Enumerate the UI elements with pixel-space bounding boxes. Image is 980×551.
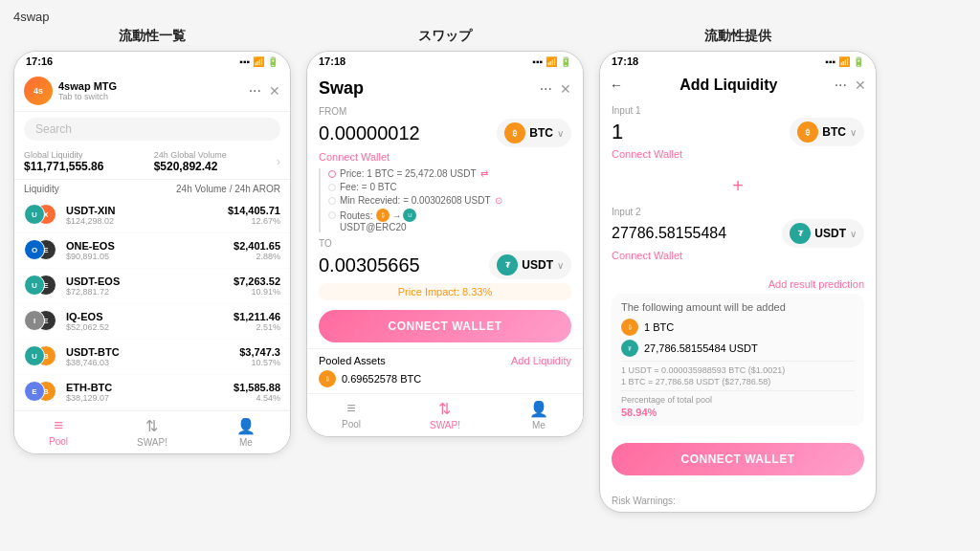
nav-icon-1: ⇅ xyxy=(438,400,451,418)
header-actions-2: ··· ✕ xyxy=(540,80,571,98)
chevron-down-icon: ∨ xyxy=(557,128,564,139)
to-input-row: 0.00305665 ₮ USDT ∨ xyxy=(319,251,571,279)
usdt-icon: ₮ xyxy=(497,254,518,276)
section-liquidity: 流動性一覧 17:16 ▪▪▪ 📶 🔋 4s 4swap MTG Tab to … xyxy=(13,28,291,454)
logo-icon: 4s xyxy=(24,77,53,105)
item-stats-1: $2,401.65 2.88% xyxy=(234,240,280,261)
input1-token-selector[interactable]: ₿ BTC ∨ xyxy=(790,118,864,146)
pooled-label: Pooled Assets xyxy=(319,355,386,366)
item-volume-1: $2,401.65 xyxy=(234,240,280,252)
item-volume-0: $14,405.71 xyxy=(228,205,280,216)
add-result-link[interactable]: Add result prediction xyxy=(612,278,864,290)
phone-swap: 17:18 ▪▪▪ 📶 🔋 Swap ··· ✕ FROM 0.0 xyxy=(306,51,584,437)
input1-token-name: BTC xyxy=(822,125,846,139)
nav-item-pool[interactable]: ≡ Pool xyxy=(342,400,361,430)
pooled-item: ₿ 0.69652578 BTC xyxy=(319,370,571,387)
status-icons-2: ▪▪▪ 📶 🔋 xyxy=(532,56,571,67)
token-icon-primary-4: U xyxy=(24,345,45,366)
app-logo: 4s 4swap MTG Tab to switch xyxy=(24,77,117,105)
status-bar-3: 17:18 ▪▪▪ 📶 🔋 xyxy=(600,52,876,71)
to-token-selector[interactable]: ₮ USDT ∨ xyxy=(489,251,571,279)
list-item[interactable]: U E USDT-EOS $72,881.72 $7,263.52 10.91% xyxy=(14,269,290,304)
connect-wallet-1[interactable]: Connect Wallet xyxy=(612,148,864,160)
list-item[interactable]: U X USDT-XIN $124,298.02 $14,405.71 12.6… xyxy=(14,198,290,233)
price-info: Price: 1 BTC = 25,472.08 USDT ⇄ xyxy=(328,168,571,179)
input1-amount: 1 xyxy=(612,120,623,144)
close-button-3[interactable]: ✕ xyxy=(855,77,866,93)
battery-icon-2: 🔋 xyxy=(560,56,571,67)
result-item-btc: ₿ 1 BTC xyxy=(621,319,855,336)
connect-wallet-btn-2[interactable]: CONNECT WALLET xyxy=(319,310,571,342)
dots-button-3[interactable]: ··· xyxy=(835,77,847,94)
result-btc-icon: ₿ xyxy=(621,319,638,336)
nav-icon-0: ≡ xyxy=(54,417,62,434)
list-item[interactable]: I E IQ-EOS $52,062.52 $1,211.46 2.51% xyxy=(14,304,290,340)
status-bar-1: 17:16 ▪▪▪ 📶 🔋 xyxy=(14,52,290,71)
connect-wallet-link-from[interactable]: Connect Wallet xyxy=(319,151,571,163)
swap-info-box: Price: 1 BTC = 25,472.08 USDT ⇄ Fee: = 0… xyxy=(319,168,571,232)
section-label-add-liq: 流動性提供 xyxy=(599,28,877,45)
swap-title: Swap xyxy=(319,78,364,99)
input2-amount: 27786.58155484 xyxy=(612,225,726,242)
to-section: TO 0.00305665 ₮ USDT ∨ xyxy=(319,238,571,279)
swap-icon: ⇄ xyxy=(480,168,488,179)
from-token-selector[interactable]: ₿ BTC ∨ xyxy=(497,119,571,147)
stat-volume: 24h Global Volume $520,892.42 xyxy=(154,150,227,173)
item-info-1: ONE-EOS $90,891.05 xyxy=(66,240,234,261)
connect-wallet-2[interactable]: Connect Wallet xyxy=(612,250,864,261)
list-item[interactable]: O E ONE-EOS $90,891.05 $2,401.65 2.88% xyxy=(14,233,290,269)
nav-label-0: Pool xyxy=(49,436,68,447)
token-icons-3: I E xyxy=(24,310,58,333)
item-volume-3: $1,211.46 xyxy=(234,311,280,322)
nav-icon-2: 👤 xyxy=(236,417,256,435)
item-pct-4: 10.57% xyxy=(239,358,280,367)
back-button[interactable]: ← xyxy=(610,77,623,93)
from-amount: 0.00000012 xyxy=(319,122,420,144)
chevron-right-icon[interactable]: › xyxy=(277,155,280,168)
token-icons-4: U B xyxy=(24,345,58,368)
item-stats-5: $1,585.88 4.54% xyxy=(234,382,280,403)
item-pair-4: USDT-BTC xyxy=(66,346,239,358)
token-icon-primary-0: U xyxy=(24,204,45,225)
stat-volume-value: $520,892.42 xyxy=(154,160,227,173)
header-actions-3: ··· ✕ xyxy=(835,77,866,94)
item-pair-5: ETH-BTC xyxy=(66,382,234,393)
item-pct-3: 2.51% xyxy=(234,322,280,332)
wifi-icon-3: 📶 xyxy=(838,56,850,67)
nav-item-pool[interactable]: ≡ Pool xyxy=(49,417,68,448)
token-icons-0: U X xyxy=(24,204,58,227)
list-item[interactable]: E B ETH-BTC $38,129.07 $1,585.88 4.54% xyxy=(14,375,290,410)
close-button-1[interactable]: ✕ xyxy=(269,83,280,99)
dots-button-2[interactable]: ··· xyxy=(540,80,552,98)
item-pct-5: 4.54% xyxy=(234,393,280,403)
item-usd-2: $72,881.72 xyxy=(66,287,234,297)
item-stats-3: $1,211.46 2.51% xyxy=(234,311,280,332)
connect-btn-wrapper: CONNECT WALLET xyxy=(600,431,876,487)
item-pct-0: 12.67% xyxy=(228,216,280,226)
search-bar[interactable]: Search xyxy=(24,118,280,141)
section-swap: スワップ 17:18 ▪▪▪ 📶 🔋 Swap ··· ✕ xyxy=(306,28,584,437)
connect-wallet-btn-3[interactable]: CONNECT WALLET xyxy=(612,443,864,475)
risk-section: Risk Warnings: xyxy=(600,487,876,512)
result-title: The following amount will be added xyxy=(621,301,855,313)
status-bar-2: 17:18 ▪▪▪ 📶 🔋 xyxy=(307,52,583,71)
app-subtitle: Tab to switch xyxy=(58,92,117,101)
nav-item-me[interactable]: 👤 Me xyxy=(236,417,256,448)
from-section: FROM 0.00000012 ₿ BTC ∨ Connect Wallet P… xyxy=(307,106,583,348)
stat-volume-label: 24h Global Volume xyxy=(154,150,227,160)
nav-label-1: SWAP! xyxy=(430,420,460,430)
nav-item-swap[interactable]: ⇅ SWAP! xyxy=(137,417,167,448)
battery-icon: 🔋 xyxy=(267,56,278,67)
nav-item-swap[interactable]: ⇅ SWAP! xyxy=(430,400,460,430)
close-button-2[interactable]: ✕ xyxy=(560,81,571,97)
item-pair-0: USDT-XIN xyxy=(66,205,228,216)
add-liquidity-link[interactable]: Add Liquidity xyxy=(511,355,571,366)
nav-item-me[interactable]: 👤 Me xyxy=(529,400,548,430)
token-icon-primary-2: U xyxy=(24,275,45,296)
plus-divider: + xyxy=(600,175,876,197)
list-item[interactable]: U B USDT-BTC $38,746.03 $3,747.3 10.57% xyxy=(14,340,290,375)
input2-token-selector[interactable]: ₮ USDT ∨ xyxy=(782,219,864,248)
dots-button-1[interactable]: ··· xyxy=(249,82,261,99)
result-note-2: 1 BTC = 27,786.58 USDT ($27,786.58) xyxy=(621,377,855,386)
pool-pct-value: 58.94% xyxy=(621,407,855,418)
